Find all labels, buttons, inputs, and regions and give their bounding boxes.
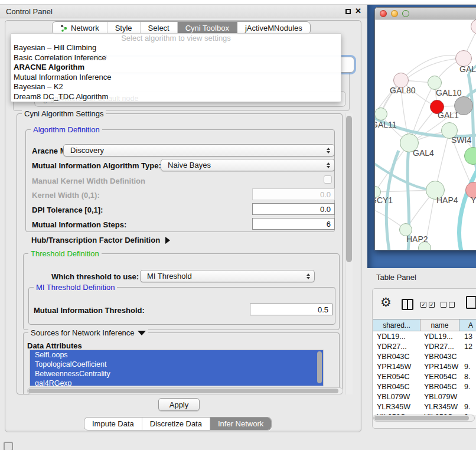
- vscroll-thumb[interactable]: [346, 116, 352, 262]
- manual-kernel-checkbox[interactable]: [324, 175, 332, 184]
- algorithm-definition-title: Algorithm Definition: [31, 125, 102, 134]
- hscroll-thumb[interactable]: [28, 389, 338, 393]
- node-label: GAL1: [438, 110, 459, 120]
- unchecked-checkbox-icon: [449, 302, 455, 308]
- node-label: HAP4: [436, 195, 458, 205]
- hub-definition-expander[interactable]: Hub/Transcription Factor Definition: [31, 236, 170, 244]
- table-row[interactable]: YLR345WYLR345W9.: [373, 402, 476, 412]
- list-item[interactable]: SelfLoops: [30, 350, 323, 360]
- kernel-width-label: Kernel Width (0,1):: [32, 191, 100, 200]
- threshold-definition-group: Threshold Definition Which threshold to …: [23, 253, 340, 330]
- network-window-titlebar[interactable]: [375, 8, 476, 19]
- column-header-shared[interactable]: shared...: [373, 319, 420, 331]
- control-panel-titlebar: Control Panel ✕: [0, 5, 367, 18]
- list-item[interactable]: BetweennessCentrality: [30, 369, 323, 379]
- tab-select[interactable]: Select: [141, 22, 178, 34]
- tab-network-label: Network: [71, 24, 99, 32]
- list-item[interactable]: gal4RGexp: [30, 379, 323, 386]
- mi-type-combo[interactable]: Naive Bayes: [161, 159, 335, 171]
- apply-button[interactable]: Apply: [158, 398, 200, 411]
- close-traffic-light[interactable]: [380, 10, 387, 17]
- threshold-definition-title: Threshold Definition: [28, 249, 102, 258]
- table-body[interactable]: YDL19...YDL19...13 YDR27...YDR27...12 YB…: [373, 331, 476, 415]
- unchecked-checkbox-icon: [441, 302, 446, 308]
- popup-item[interactable]: Bayesian – K2: [11, 82, 341, 92]
- tab-select-label: Select: [148, 24, 169, 32]
- cyni-algorithm-settings-title: Cyni Algorithm Settings: [22, 109, 106, 118]
- node-label: HAP2: [406, 234, 428, 244]
- mi-type-value: Naive Bayes: [168, 161, 211, 169]
- node-label: Y: [471, 195, 476, 205]
- document-icon[interactable]: [466, 296, 476, 309]
- stepper-icon: [307, 273, 310, 279]
- table-row[interactable]: YBL079WYBL079W: [373, 392, 476, 402]
- table-hscrollbar[interactable]: [373, 415, 475, 422]
- which-threshold-label: Which threshold to use:: [51, 272, 139, 281]
- list-item[interactable]: TopologicalCoefficient: [30, 360, 323, 369]
- node-label: GAL: [459, 64, 476, 74]
- tab-infer-network[interactable]: Infer Network: [210, 418, 271, 430]
- network-node[interactable]: [375, 107, 387, 120]
- sources-group-title[interactable]: Sources for Network Inference: [28, 328, 148, 337]
- popup-item-selected[interactable]: ARACNE Algorithm: [11, 63, 341, 73]
- data-attributes-list[interactable]: SelfLoops TopologicalCoefficient Between…: [30, 350, 324, 386]
- table-row[interactable]: YER054CYER054C8.: [373, 371, 476, 381]
- tab-style[interactable]: Style: [107, 22, 141, 34]
- column-header-name[interactable]: name: [420, 319, 459, 331]
- which-threshold-combo[interactable]: MI Threshold: [140, 270, 315, 282]
- kernel-width-field[interactable]: 0.0: [252, 188, 335, 200]
- mi-threshold-field[interactable]: 0.5: [250, 304, 332, 315]
- mi-steps-value: 6: [327, 220, 331, 229]
- minimize-traffic-light[interactable]: [391, 10, 398, 17]
- tab-impute-data[interactable]: Impute Data: [84, 418, 142, 430]
- popup-placeholder[interactable]: Select algorithm to view settings: [11, 34, 341, 43]
- table-row[interactable]: YBR045CYBR045C9.: [373, 381, 476, 392]
- collapse-arrow-icon: [138, 331, 146, 335]
- table-row[interactable]: YDR27...YDR27...12: [373, 341, 476, 351]
- titlebar-buttons: ✕: [345, 8, 361, 14]
- network-canvas[interactable]: GAL GAL80 GAL10 GAL1 GAL11 SWI4 GAL4 GCY…: [375, 19, 476, 250]
- tab-cyni-toolbox-label: Cyni Toolbox: [185, 24, 229, 32]
- table-row[interactable]: YDL19...YDL19...13: [373, 331, 476, 341]
- float-window-icon[interactable]: [345, 9, 351, 14]
- table-row[interactable]: YPR145WYPR145W9.: [373, 361, 476, 371]
- mi-steps-field[interactable]: 6: [252, 218, 335, 230]
- screen: Control Panel ✕ Network Style Select Cyn…: [0, 0, 476, 450]
- aracne-mode-combo[interactable]: Discovery: [63, 144, 335, 156]
- tab-network[interactable]: Network: [53, 22, 107, 34]
- stepper-icon: [327, 162, 330, 168]
- table-hscroll-thumb[interactable]: [374, 416, 469, 420]
- hide-columns-icon[interactable]: [441, 302, 455, 308]
- hub-definition-label: Hub/Transcription Factor Definition: [31, 236, 160, 244]
- tab-discretize-data[interactable]: Discretize Data: [142, 418, 210, 430]
- close-icon[interactable]: ✕: [355, 8, 361, 14]
- manual-kernel-label: Manual Kernel Width Definition: [32, 177, 145, 185]
- cyni-algorithm-settings-group: Cyni Algorithm Settings Algorithm Defini…: [17, 113, 343, 394]
- dpi-tolerance-value: 0.0: [320, 205, 331, 214]
- collapsed-panel-icon[interactable]: [4, 442, 13, 450]
- kernel-width-value: 0.0: [320, 190, 331, 199]
- gear-icon[interactable]: ⚙: [380, 296, 392, 309]
- node-label: GAL80: [390, 86, 416, 95]
- settings-hscrollbar[interactable]: [27, 387, 343, 394]
- sources-group: Sources for Network Inference Data Attri…: [23, 332, 340, 394]
- list-scrollbar[interactable]: [317, 351, 322, 383]
- column-header-third[interactable]: A: [459, 319, 476, 331]
- zoom-traffic-light[interactable]: [402, 10, 409, 17]
- network-icon: [60, 24, 68, 32]
- tab-discretize-data-label: Discretize Data: [150, 419, 202, 428]
- popup-item[interactable]: Mutual Information Inference: [11, 73, 341, 83]
- tab-jactivemnodules[interactable]: jActiveMNodules: [237, 22, 310, 34]
- columns-icon[interactable]: [402, 299, 413, 310]
- dpi-tolerance-field[interactable]: 0.0: [252, 203, 335, 215]
- control-panel-title: Control Panel: [6, 7, 53, 16]
- expand-arrow-icon: [165, 237, 170, 244]
- show-columns-icon[interactable]: ✓ ✓: [420, 302, 435, 308]
- table-panel-title: Table Panel: [376, 273, 416, 282]
- tab-style-label: Style: [115, 24, 132, 32]
- node-label: SWI4: [451, 135, 471, 145]
- apply-button-label: Apply: [169, 400, 189, 409]
- settings-vscrollbar[interactable]: [345, 113, 353, 394]
- tab-cyni-toolbox[interactable]: Cyni Toolbox: [178, 22, 237, 34]
- table-row[interactable]: YBR043CYBR043C: [373, 351, 476, 361]
